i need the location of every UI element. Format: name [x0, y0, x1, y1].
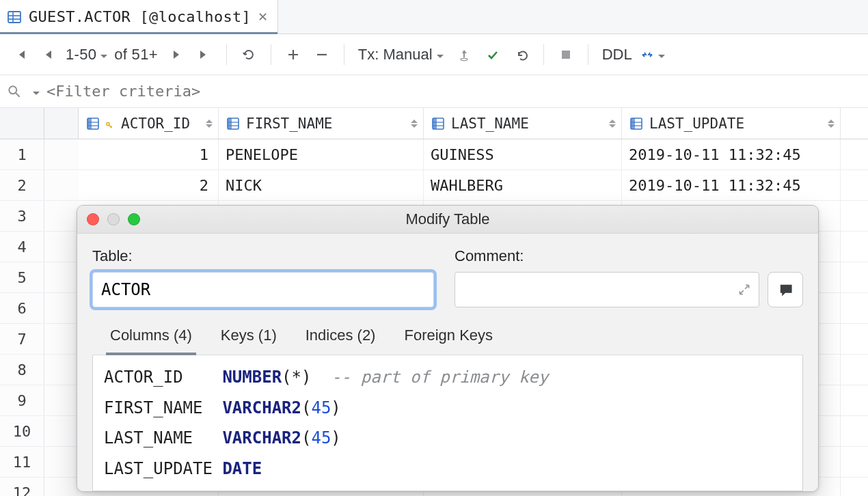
first-page-button[interactable] [7, 42, 31, 67]
tab-foreign-keys[interactable]: Foreign Keys [400, 322, 497, 355]
settings-dropdown[interactable] [640, 42, 665, 67]
expand-icon[interactable] [737, 282, 752, 297]
undo-icon [515, 48, 528, 61]
column-header-actor-id[interactable]: ACTOR_ID [79, 108, 219, 139]
prev-page-button[interactable] [36, 42, 60, 67]
minus-icon [315, 48, 329, 61]
row-number: 10 [0, 416, 44, 446]
sort-icon[interactable] [608, 116, 617, 131]
tab-indices[interactable]: Indices (2) [301, 322, 380, 355]
editor-tabstrip: GUEST.ACTOR [@localhost] ✕ [0, 0, 868, 34]
row-gutter [44, 139, 79, 169]
cell-actor-id[interactable]: 2 [79, 170, 219, 200]
tab-columns[interactable]: Columns (4) [106, 322, 196, 355]
filter-bar [0, 75, 868, 108]
grid-corner2 [44, 108, 79, 139]
row-gutter [44, 355, 79, 385]
column-definitions[interactable]: ACTOR_ID NUMBER(*) -- part of primary ke… [92, 355, 803, 491]
cancel-query-button[interactable] [554, 42, 578, 67]
column-header-last-name[interactable]: LAST_NAME [424, 108, 622, 139]
column-icon [226, 116, 241, 131]
toolbar-separator [344, 44, 344, 65]
delete-row-button[interactable] [310, 42, 334, 67]
ddl-button[interactable]: DDL [598, 46, 636, 64]
page-range-dropdown[interactable]: 1-50 [64, 46, 109, 64]
comment-editor-button[interactable] [768, 272, 803, 307]
close-icon[interactable]: ✕ [258, 10, 268, 25]
window-zoom-button[interactable] [128, 213, 140, 225]
modify-table-dialog: Modify Table Table: Comment: [77, 205, 819, 492]
window-minimize-button [107, 213, 120, 225]
rollback-button[interactable] [509, 42, 534, 67]
cell-last-update[interactable]: 2019-10-11 11:32:45 [622, 170, 841, 200]
column-icon [629, 116, 644, 131]
column-header-last-update[interactable]: LAST_UPDATE [622, 108, 841, 139]
row-number: 9 [0, 385, 44, 415]
table-row[interactable]: 11PENELOPEGUINESS2019-10-11 11:32:45 [0, 139, 868, 170]
toolbar-separator [271, 44, 271, 65]
column-header-label: LAST_NAME [451, 115, 529, 132]
cell-last-update[interactable]: 2019-10-11 11:32:45 [622, 139, 841, 169]
table-row[interactable]: 22NICKWAHLBERG2019-10-11 11:32:45 [0, 170, 868, 201]
column-header-first-name[interactable]: FIRST_NAME [219, 108, 424, 139]
check-icon [486, 48, 500, 61]
column-icon [431, 116, 446, 131]
next-icon [169, 48, 182, 61]
editor-tab[interactable]: GUEST.ACTOR [@localhost] ✕ [0, 0, 278, 33]
tab-keys[interactable]: Keys (1) [217, 322, 281, 355]
cell-last-name[interactable]: GUINESS [424, 139, 622, 169]
reload-button[interactable] [236, 42, 261, 67]
add-row-button[interactable] [281, 42, 306, 67]
sort-icon[interactable] [826, 116, 836, 131]
row-gutter [44, 262, 79, 292]
column-def-row[interactable]: FIRST_NAME VARCHAR2(45) [104, 393, 791, 423]
structure-tabs: Columns (4) Keys (1) Indices (2) Foreign… [92, 318, 803, 355]
reload-icon [242, 48, 256, 61]
toolbar-separator [543, 44, 544, 65]
table-name-input[interactable] [92, 272, 434, 307]
row-number: 8 [0, 355, 44, 385]
row-gutter [44, 385, 79, 415]
tx-mode-dropdown[interactable]: Tx: Manual [354, 46, 448, 64]
filter-dropdown-toggle[interactable] [29, 83, 40, 100]
sort-icon[interactable] [204, 116, 214, 131]
row-number: 4 [0, 232, 44, 262]
grid-header: ACTOR_ID FIRST_NAME LAST_NAME LAST_UPDAT… [0, 108, 868, 139]
sort-icon[interactable] [409, 116, 419, 131]
row-number: 7 [0, 324, 44, 354]
window-controls [87, 213, 140, 225]
row-number: 2 [0, 170, 44, 200]
row-gutter [44, 293, 79, 323]
cell-first-name[interactable]: NICK [219, 170, 424, 200]
row-gutter [44, 201, 79, 231]
filter-input[interactable] [46, 83, 861, 100]
cell-actor-id[interactable]: 1 [79, 139, 219, 169]
last-page-button[interactable] [192, 42, 217, 67]
row-number: 5 [0, 262, 44, 292]
comment-input[interactable] [455, 272, 759, 307]
cell-last-name[interactable]: WAHLBERG [424, 170, 622, 200]
comment-label: Comment: [455, 247, 803, 265]
toolbar-separator [588, 44, 588, 65]
submit-db-button[interactable] [452, 42, 476, 67]
db-upload-icon [457, 48, 471, 61]
cell-first-name[interactable]: PENELOPE [219, 139, 424, 169]
column-header-label: LAST_UPDATE [649, 115, 744, 132]
column-def-row[interactable]: LAST_UPDATE DATE [104, 454, 791, 484]
dialog-titlebar[interactable]: Modify Table [77, 206, 818, 234]
commit-button[interactable] [480, 42, 505, 67]
search-icon [7, 84, 22, 99]
column-def-row[interactable]: LAST_NAME VARCHAR2(45) [104, 423, 791, 453]
window-close-button[interactable] [87, 213, 99, 225]
primary-key-icon [105, 120, 114, 130]
row-number: 6 [0, 293, 44, 323]
dialog-title: Modify Table [405, 210, 489, 228]
result-toolbar: 1-50 of 51+ Tx: Manual DDL [0, 34, 868, 75]
row-gutter [44, 416, 79, 446]
column-icon [85, 116, 100, 131]
row-gutter [44, 232, 79, 262]
collapse-icon [640, 48, 654, 61]
column-def-row[interactable]: ACTOR_ID NUMBER(*) -- part of primary ke… [104, 362, 791, 392]
column-header-label: FIRST_NAME [246, 115, 332, 132]
next-page-button[interactable] [163, 42, 188, 67]
